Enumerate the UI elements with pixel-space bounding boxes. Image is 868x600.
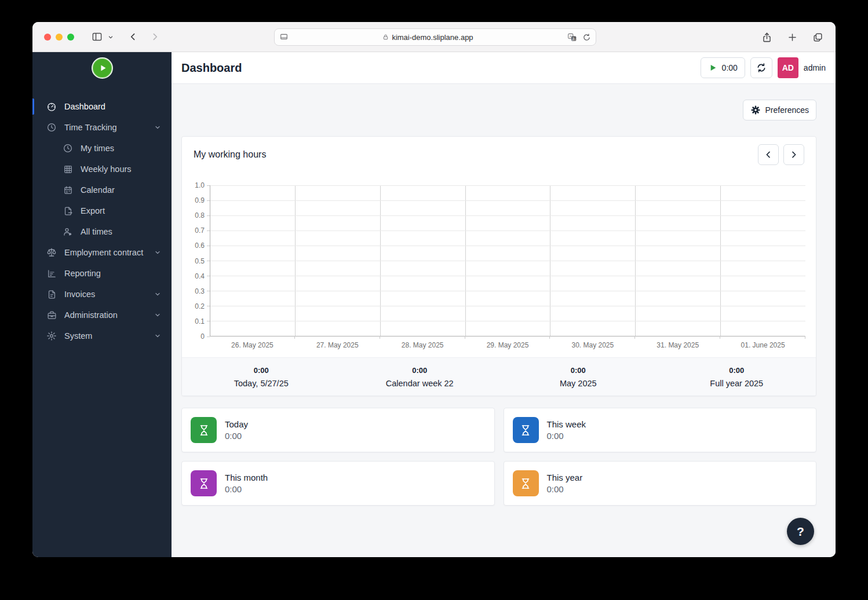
- sidebar-item-calendar[interactable]: Calendar: [32, 180, 172, 200]
- translate-icon[interactable]: Aあ: [567, 33, 577, 42]
- x-tick-label: 30. May 2025: [550, 341, 635, 349]
- x-tick-mark: [805, 336, 805, 339]
- chevron-down-icon: [154, 312, 161, 319]
- tab-overview-icon[interactable]: [809, 28, 826, 46]
- y-tick-label: 0: [200, 332, 205, 341]
- clock-icon: [46, 122, 57, 133]
- sidebar-item-time-tracking[interactable]: Time Tracking: [32, 117, 172, 138]
- sidebar-item-label: Calendar: [81, 185, 115, 195]
- chart-icon: [46, 268, 57, 279]
- minimize-window-button[interactable]: [56, 34, 63, 41]
- svg-text:あ: あ: [572, 36, 575, 41]
- browser-toolbar: kimai-demo.sliplane.app Aあ: [32, 22, 836, 52]
- hourglass-icon: [191, 470, 217, 496]
- x-tick-mark: [380, 336, 380, 339]
- users-icon: [63, 226, 73, 237]
- gridline: [210, 291, 805, 291]
- main-area: Dashboard 0:00 AD admin: [172, 52, 836, 557]
- sidebar-item-employment-contract[interactable]: Employment contract: [32, 242, 172, 263]
- chevron-down-icon: [154, 332, 161, 339]
- gridline: [210, 185, 805, 186]
- sidebar-item-export[interactable]: Export: [32, 200, 172, 221]
- summary-cell: 0:00Full year 2025: [658, 366, 816, 388]
- forward-button[interactable]: [146, 28, 163, 46]
- y-tick-label: 1.0: [195, 181, 205, 189]
- chevron-down-icon[interactable]: [105, 28, 116, 46]
- hourglass-icon: [513, 417, 539, 443]
- sidebar-item-label: System: [64, 331, 92, 341]
- page-title: Dashboard: [181, 61, 242, 75]
- y-tick-label: 0.9: [195, 196, 205, 204]
- gridline: [210, 321, 805, 321]
- sidebar-item-system[interactable]: System: [32, 325, 172, 346]
- back-button[interactable]: [124, 28, 141, 46]
- sidebar-item-my-times[interactable]: My times: [32, 138, 172, 159]
- share-icon[interactable]: [758, 28, 775, 46]
- play-icon: [708, 63, 717, 72]
- sidebar-item-label: Reporting: [64, 269, 101, 278]
- summary-value: 0:00: [341, 366, 499, 375]
- reload-icon[interactable]: [582, 33, 591, 42]
- y-tick-label: 0.3: [195, 287, 205, 295]
- summary-label: May 2025: [499, 379, 658, 388]
- chevron-down-icon: [154, 124, 161, 131]
- sidebar-item-all-times[interactable]: All times: [32, 221, 172, 242]
- previous-period-button[interactable]: [758, 144, 779, 165]
- summary-value: 0:00: [182, 366, 341, 375]
- invoice-icon: [46, 289, 57, 299]
- close-window-button[interactable]: [44, 34, 51, 41]
- gridline: [210, 306, 805, 306]
- working-hours-chart: 1.00.90.80.70.60.50.40.30.20.10 26. May …: [182, 173, 816, 357]
- stat-card-this-year: This year0:00: [504, 461, 817, 506]
- summary-label: Today, 5/27/25: [182, 379, 341, 388]
- avatar[interactable]: AD: [778, 57, 798, 78]
- url-text: kimai-demo.sliplane.app: [392, 33, 473, 42]
- gridline: [210, 231, 805, 231]
- clock-icon: [63, 143, 73, 153]
- sidebar-toggle-icon[interactable]: [88, 28, 105, 46]
- chart-x-axis: 26. May 202527. May 202528. May 202529. …: [210, 336, 805, 354]
- traffic-lights: [44, 34, 74, 41]
- summary-row: 0:00Today, 5/27/250:00Calendar week 220:…: [182, 357, 816, 396]
- x-tick-label: 29. May 2025: [465, 341, 550, 349]
- summary-cell: 0:00May 2025: [499, 366, 658, 388]
- address-bar[interactable]: kimai-demo.sliplane.app Aあ: [274, 28, 596, 46]
- sidebar-item-invoices[interactable]: Invoices: [32, 284, 172, 305]
- sidebar-item-dashboard[interactable]: Dashboard: [32, 96, 172, 117]
- stat-card-value: 0:00: [547, 431, 586, 441]
- sidebar: DashboardTime TrackingMy timesWeekly hou…: [32, 52, 172, 557]
- stat-card-value: 0:00: [547, 484, 583, 494]
- stat-card-this-week: This week0:00: [504, 408, 817, 452]
- refresh-icon: [756, 63, 767, 73]
- sidebar-item-label: Administration: [64, 310, 118, 320]
- reader-icon[interactable]: [279, 32, 289, 42]
- stat-card-label: This week: [547, 419, 586, 429]
- zoom-window-button[interactable]: [67, 34, 74, 41]
- sidebar-item-weekly-hours[interactable]: Weekly hours: [32, 159, 172, 180]
- stat-card-label: This year: [547, 473, 583, 482]
- grid-icon: [63, 164, 73, 174]
- preferences-button[interactable]: Preferences: [743, 100, 816, 120]
- start-timer-button[interactable]: 0:00: [701, 57, 745, 78]
- x-tick-mark: [294, 336, 295, 339]
- sidebar-item-label: Time Tracking: [64, 123, 117, 132]
- refresh-button[interactable]: [750, 57, 772, 78]
- stat-card-value: 0:00: [225, 431, 248, 441]
- lock-icon: [382, 34, 389, 41]
- help-button[interactable]: ?: [787, 518, 814, 545]
- hourglass-icon: [513, 470, 539, 496]
- next-period-button[interactable]: [783, 144, 804, 165]
- sidebar-item-administration[interactable]: Administration: [32, 305, 172, 325]
- chevron-down-icon: [154, 291, 161, 298]
- x-tick-mark: [720, 336, 720, 339]
- summary-label: Full year 2025: [658, 379, 816, 388]
- sidebar-item-reporting[interactable]: Reporting: [32, 263, 172, 284]
- file-export-icon: [63, 206, 73, 216]
- new-tab-icon[interactable]: [783, 28, 801, 46]
- timer-value: 0:00: [722, 63, 738, 72]
- kimai-logo-icon[interactable]: [92, 57, 113, 79]
- sidebar-item-label: All times: [81, 227, 112, 236]
- gridline: [210, 276, 805, 276]
- working-hours-title: My working hours: [194, 149, 266, 160]
- summary-label: Calendar week 22: [341, 379, 499, 388]
